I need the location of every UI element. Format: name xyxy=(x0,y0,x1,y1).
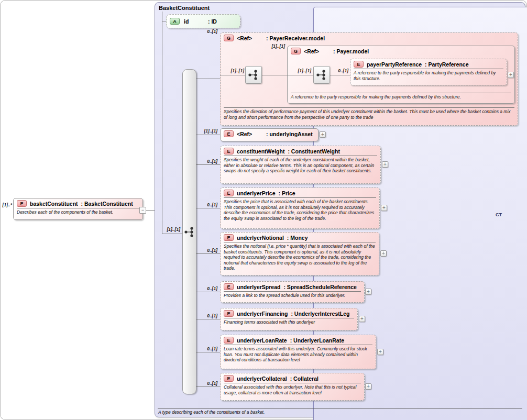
attribute-id[interactable]: A id : ID xyxy=(166,14,240,28)
cardinality-label: [1]..[1] xyxy=(198,128,217,134)
connector-root-to-type xyxy=(146,210,155,211)
element-icon: E xyxy=(17,200,27,207)
element-type: : Collateral xyxy=(290,375,319,382)
group-annotation: Specifies the direction of performance p… xyxy=(224,107,514,120)
cardinality-label: [1]..[1] xyxy=(162,227,180,232)
attribute-name: id xyxy=(184,18,204,25)
element-annotation: Specifies the price that is associated w… xyxy=(224,199,376,221)
element-type: : SpreadScheduleReference xyxy=(283,284,356,290)
group-name: <Ref> xyxy=(237,35,263,41)
element-name: underlyerSpread xyxy=(237,284,280,290)
connector-to-attribute xyxy=(162,21,166,21)
connector-child xyxy=(196,135,220,135)
element-type: : Price xyxy=(279,190,295,196)
connector-child xyxy=(196,79,220,79)
connector-child xyxy=(196,253,220,254)
connector-inner xyxy=(220,75,245,75)
connector-trunk xyxy=(162,12,162,234)
element-icon: E xyxy=(224,283,234,290)
element-underlyerloanrate[interactable]: E underlyerLoanRate : UnderlyerLoanRate … xyxy=(220,335,376,369)
cardinality-label: 0..[1] xyxy=(202,346,217,351)
element-type: : ConstituentWeight xyxy=(288,148,340,154)
collapse-button[interactable]: − xyxy=(139,207,146,214)
expand-button[interactable]: + xyxy=(365,289,371,295)
sequence-group-bar[interactable] xyxy=(182,69,196,394)
cardinality-label: 0..[1] xyxy=(202,248,217,253)
element-underlyerprice[interactable]: E underlyerPrice : Price Specifies the p… xyxy=(220,187,380,229)
group-type: : PayerReceiver.model xyxy=(266,35,325,41)
element-underlyernotional[interactable]: E underlyerNotional : Money Specifies th… xyxy=(220,232,379,275)
element-underlyerspread[interactable]: E underlyerSpread : SpreadScheduleRefere… xyxy=(220,281,365,303)
cardinality-label: 0..[1] xyxy=(202,286,217,291)
expand-button[interactable]: + xyxy=(377,349,383,355)
element-annotation: Provides a link to the spread schedule u… xyxy=(224,293,361,299)
element-annotation: A reference to the party responsible for… xyxy=(354,70,503,81)
element-type: : underlyingAsset xyxy=(266,131,313,137)
element-annotation: Loan rate terms associated with this und… xyxy=(224,346,372,363)
sequence-icon xyxy=(316,69,327,81)
cardinality-label: 0..[1] xyxy=(202,381,217,386)
cardinality-label: 0..[1] xyxy=(200,29,217,34)
expand-button[interactable]: + xyxy=(320,131,326,138)
element-type: : Money xyxy=(287,235,308,241)
element-name: basketConstituent xyxy=(30,201,78,207)
expand-button[interactable]: + xyxy=(508,72,514,78)
element-icon: E xyxy=(224,310,234,317)
expand-button[interactable]: + xyxy=(381,205,387,211)
sequence-icon xyxy=(184,226,195,238)
element-basketconstituent[interactable]: E basketConstituent : BasketConstituent … xyxy=(13,198,143,220)
element-underlyingasset[interactable]: E <Ref> : underlyingAsset xyxy=(220,128,319,141)
element-constituentweight[interactable]: E constituentWeight : ConstituentWeight … xyxy=(220,146,381,184)
complex-type-annotation: A type describing each of the constituen… xyxy=(158,410,265,415)
sequence-group-box[interactable] xyxy=(313,66,330,84)
group-type: : Payer.model xyxy=(333,48,369,54)
cardinality-label: [1]..[1] xyxy=(294,68,311,73)
element-annotation: Collateral associated with this underlye… xyxy=(224,384,361,395)
connector-child xyxy=(196,164,220,165)
element-icon: E xyxy=(224,337,234,344)
group-name: <Ref> xyxy=(304,48,330,54)
cardinality-label: 0..[1] xyxy=(202,202,217,207)
element-name: underlyerNotional xyxy=(237,235,284,241)
element-annotation: Describes each of the components of the … xyxy=(17,209,139,215)
element-annotation: Specifies the notional (i.e. price * qua… xyxy=(224,244,376,271)
connector-inner xyxy=(262,75,287,75)
cardinality-label: [1]..[1] xyxy=(267,43,285,49)
expand-button[interactable]: + xyxy=(382,161,388,168)
complex-type-footer-divider xyxy=(158,408,522,408)
attribute-icon: A xyxy=(170,18,180,25)
cardinality-label: 0..[1] xyxy=(334,68,348,73)
sequence-icon xyxy=(248,69,259,81)
connector-inner xyxy=(287,75,313,75)
complex-type-header: CT BasketConstituent xyxy=(159,5,210,11)
attribute-type: : ID xyxy=(208,18,217,25)
element-name: underlyerLoanRate xyxy=(237,337,287,344)
element-type: : BasketConstituent xyxy=(81,201,133,207)
expand-button[interactable]: + xyxy=(359,316,365,322)
cardinality-label: 0..[1] xyxy=(202,313,217,318)
connector-child xyxy=(196,292,220,292)
connector-child xyxy=(196,319,220,319)
element-name: underlyerFinancing xyxy=(237,311,288,317)
element-type: : UnderlyerLoanRate xyxy=(290,337,344,344)
element-icon: E xyxy=(224,148,234,154)
connector-to-sequence xyxy=(162,234,182,234)
sequence-group-box[interactable] xyxy=(245,66,262,84)
connector-child xyxy=(196,386,220,387)
expand-button[interactable]: + xyxy=(365,383,371,390)
element-type: : PartyReference xyxy=(425,61,468,68)
element-payerpartyreference[interactable]: E payerPartyReference : PartyReference A… xyxy=(350,59,507,85)
cardinality-label: [1]..* xyxy=(0,202,12,207)
element-underlyercollateral[interactable]: E underlyerCollateral : Collateral Colla… xyxy=(220,373,365,401)
cardinality-label: 0..[1] xyxy=(202,159,217,164)
group-annotation: A reference to the party responsible for… xyxy=(291,93,511,100)
complex-type-title: BasketConstituent xyxy=(159,5,210,11)
expand-button[interactable]: + xyxy=(380,250,387,257)
element-annotation: Specifies the weight of each of the unde… xyxy=(224,157,377,174)
group-icon: G xyxy=(224,35,234,41)
element-icon: E xyxy=(224,234,234,241)
element-underlyerfinancing[interactable]: E underlyerFinancing : UnderlyerInterest… xyxy=(220,308,358,330)
connector-inner xyxy=(330,75,350,75)
group-icon: G xyxy=(291,48,301,54)
cardinality-label: [1]..[1] xyxy=(227,68,244,73)
